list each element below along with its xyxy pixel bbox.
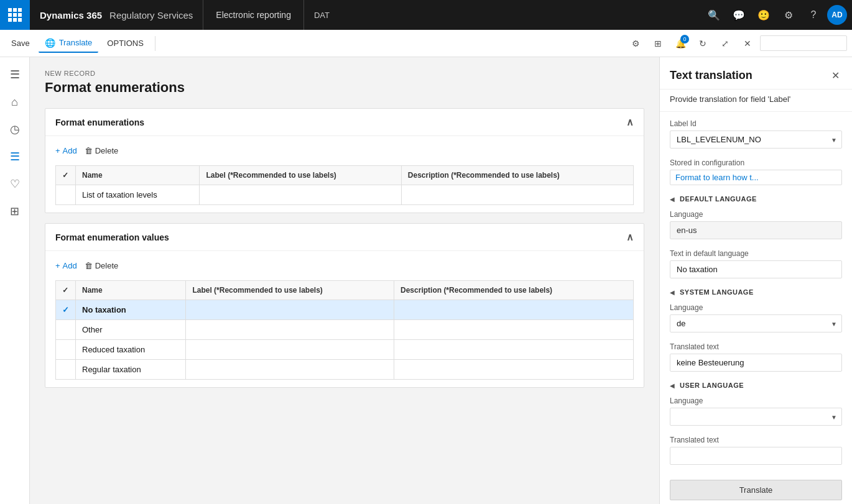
brand: Dynamics 365 Regulatory Services [30, 0, 203, 30]
row-check [56, 360, 76, 380]
table-row[interactable]: List of taxation levels [56, 185, 634, 205]
cmd-separator [155, 36, 155, 51]
save-button[interactable]: Save [5, 35, 36, 52]
smiley-icon[interactable]: 🙂 [752, 4, 775, 26]
row-name: No taxation [76, 300, 186, 320]
user-translated-input[interactable] [670, 447, 842, 465]
search-icon[interactable]: 🔍 [703, 4, 725, 26]
format-enumerations-header[interactable]: Format enumerations ∧ [45, 109, 644, 136]
topbar: Dynamics 365 Regulatory Services Electro… [0, 0, 852, 30]
delete-values-icon: 🗑 [85, 261, 93, 270]
apps-button[interactable] [0, 0, 30, 30]
row-description [394, 300, 634, 320]
table-row[interactable]: Reduced taxation [56, 340, 634, 360]
val-col-label-header: Label (*Recommended to use labels) [186, 281, 394, 300]
default-lang-input [670, 221, 842, 239]
user-translated-field: Translated text [670, 436, 842, 465]
delete-icon: 🗑 [85, 146, 93, 155]
format-enumerations-card: Format enumerations ∧ + Add 🗑 Delete [45, 108, 644, 213]
refresh-icon[interactable]: ↻ [693, 34, 713, 53]
row-description [394, 340, 634, 360]
popout-icon[interactable]: ⤢ [715, 34, 735, 53]
system-lang-arrow: ◀ [670, 289, 675, 296]
val-col-check-header: ✓ [56, 281, 76, 300]
row-name: List of taxation levels [76, 185, 200, 205]
topbar-env: DAT [304, 11, 340, 20]
user-lang-select-wrapper: ▼ [670, 408, 842, 426]
help-icon[interactable]: ? [802, 4, 825, 26]
format-enumerations-title: Format enumerations [55, 117, 144, 127]
chat-icon[interactable]: 💬 [728, 4, 750, 26]
format-enum-add-button[interactable]: + Add [55, 144, 77, 158]
col-name-header: Name [76, 166, 200, 185]
stored-in-label: Stored in configuration [670, 158, 842, 167]
sidebar-item-favorites[interactable]: ♡ [2, 172, 27, 196]
table-row[interactable]: Other [56, 320, 634, 340]
format-enum-values-actions: + Add 🗑 Delete [55, 259, 634, 273]
format-enum-values-delete-button[interactable]: 🗑 Delete [85, 259, 119, 273]
default-text-field: Text in default language [670, 249, 842, 278]
default-lang-section-label: DEFAULT LANGUAGE [680, 195, 757, 203]
panel-header: Text translation ✕ [660, 57, 852, 89]
table-row[interactable]: Regular taxation [56, 360, 634, 380]
panel-body: Label Id LBL_LEVELENUM_NO ▼ Stored in co… [660, 112, 852, 504]
format-enum-delete-button[interactable]: 🗑 Delete [85, 144, 119, 158]
system-translated-input[interactable] [670, 354, 842, 372]
right-panel: Text translation ✕ Provide translation f… [659, 57, 852, 504]
format-enum-values-title: Format enumeration values [55, 232, 169, 242]
add-label: Add [63, 146, 77, 155]
apps-grid-icon [8, 8, 22, 22]
record-label: NEW RECORD [45, 70, 644, 77]
add-icon: + [55, 146, 60, 155]
default-text-input[interactable] [670, 260, 842, 278]
system-lang-label: Language [670, 303, 842, 312]
brand-d365: Dynamics 365 [40, 10, 102, 21]
system-lang-select[interactable]: de [670, 314, 842, 332]
label-id-field: Label Id LBL_LEVELENUM_NO ▼ [670, 119, 842, 149]
format-enum-values-add-button[interactable]: + Add [55, 259, 77, 273]
label-id-select[interactable]: LBL_LEVELENUM_NO [670, 131, 842, 149]
user-lang-select[interactable] [670, 408, 842, 426]
sidebar: ☰ ⌂ ◷ ☰ ♡ ⊞ [0, 57, 30, 504]
panel-subtitle: Provide translation for field 'Label' [660, 89, 852, 112]
collapse-values-icon: ∧ [626, 231, 634, 243]
command-bar: Save 🌐 Translate OPTIONS ⚙ ⊞ 🔔 0 ↻ ⤢ ✕ [0, 30, 852, 57]
sidebar-item-modules[interactable]: ⊞ [2, 199, 27, 224]
row-description [394, 320, 634, 340]
sidebar-item-home[interactable]: ⌂ [2, 89, 27, 114]
user-translated-label: Translated text [670, 436, 842, 444]
search-input[interactable] [760, 35, 847, 51]
val-col-description-header: Description (*Recommended to use labels) [394, 281, 634, 300]
stored-in-button[interactable]: Format to learn how t... [670, 170, 842, 185]
panel-close-button[interactable]: ✕ [829, 67, 842, 84]
options-button[interactable]: OPTIONS [101, 35, 150, 52]
translate-action-button[interactable]: Translate [670, 480, 842, 500]
row-check [56, 340, 76, 360]
avatar[interactable]: AD [827, 5, 847, 25]
table-row[interactable]: ✓ No taxation [56, 300, 634, 320]
close-icon[interactable]: ✕ [738, 34, 757, 53]
personalize-icon[interactable]: ⚙ [626, 34, 646, 53]
col-label-header: Label (*Recommended to use labels) [200, 166, 401, 185]
system-lang-divider: ◀ SYSTEM LANGUAGE [670, 288, 842, 296]
add-values-label: Add [63, 261, 77, 270]
system-language-field: Language de ▼ [670, 303, 842, 332]
default-lang-arrow: ◀ [670, 196, 675, 203]
settings-icon[interactable]: ⚙ [777, 4, 800, 26]
row-label [186, 360, 394, 380]
office-icon[interactable]: ⊞ [648, 34, 668, 53]
label-id-select-wrapper: LBL_LEVELENUM_NO ▼ [670, 131, 842, 149]
row-name: Other [76, 320, 186, 340]
translate-button[interactable]: 🌐 Translate [39, 34, 99, 53]
sidebar-item-recent[interactable]: ◷ [2, 117, 27, 142]
notification-badge: 0 [680, 35, 689, 44]
notification-icon[interactable]: 🔔 0 [670, 34, 690, 53]
format-enum-values-body: + Add 🗑 Delete ✓ Name Label (*Recommende… [45, 251, 644, 387]
system-translated-label: Translated text [670, 342, 842, 351]
sidebar-item-hamburger[interactable]: ☰ [2, 62, 27, 87]
delete-values-label: Delete [95, 261, 119, 270]
system-translated-field: Translated text [670, 342, 842, 372]
sidebar-item-list[interactable]: ☰ [2, 144, 27, 169]
row-description [394, 360, 634, 380]
format-enum-values-header[interactable]: Format enumeration values ∧ [45, 224, 644, 251]
